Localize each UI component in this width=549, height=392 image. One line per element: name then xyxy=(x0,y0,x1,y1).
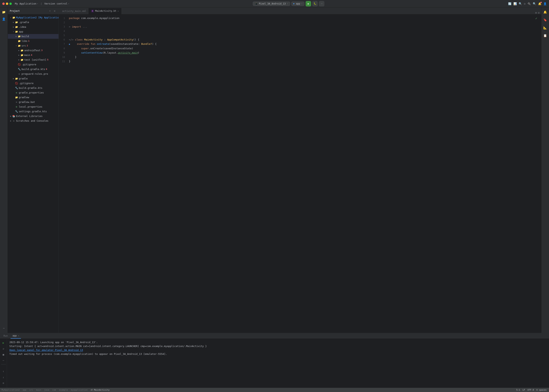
tree-item-proguard[interactable]: ≡proguard-rules.pro xyxy=(8,72,58,76)
breadcrumb-item[interactable]: main xyxy=(36,389,41,391)
notifications-right-icon[interactable]: 🔔 xyxy=(542,9,549,15)
bookmarks-icon[interactable]: 🔖 xyxy=(542,17,549,23)
bottom-tab-close[interactable]: ✕ xyxy=(18,335,19,337)
find-tool-button[interactable]: 👤 xyxy=(1,16,7,22)
debug-button[interactable]: 🐛 xyxy=(312,1,318,7)
tree-item-label: app xyxy=(19,30,23,34)
cursor-position[interactable]: 5:1 xyxy=(515,389,521,391)
run-panel-restart-icon[interactable]: ↺ xyxy=(1,346,6,351)
run-panel-stop-icon[interactable]: ■ xyxy=(1,352,6,357)
tree-item-gradlew[interactable]: 📁gradlew xyxy=(8,95,58,100)
tree-item-gitignore-app[interactable]: 🚫.gitignore xyxy=(8,62,58,67)
logcat-link[interactable]: Open logcat panel for emulator Pixel_3A … xyxy=(9,349,83,351)
bottom-tab-run[interactable]: Run xyxy=(1,333,10,339)
tree-item-gradlew-bat[interactable]: ≡gradlew.bat xyxy=(8,100,58,105)
line-content[interactable]: } xyxy=(68,55,77,59)
tree-item-settings-gradle[interactable]: 🔧settings.gradle.kts xyxy=(8,109,58,114)
tree-item-local-props[interactable]: ⚙local.properties xyxy=(8,105,58,109)
line-content[interactable]: ◉ override fun onCreate(savedInstanceSta… xyxy=(68,42,156,46)
line-content[interactable] xyxy=(68,29,70,33)
editor-settings-icon[interactable]: ⚙ xyxy=(538,11,540,14)
breadcrumb-item[interactable]: src xyxy=(29,389,33,391)
vcs-menu[interactable]: Version control ▾ xyxy=(44,2,69,5)
tree-item-build[interactable]: ▶📁build xyxy=(8,34,58,39)
settings-icon[interactable]: ⚙ xyxy=(524,2,526,5)
tree-item-test[interactable]: ▶📁test [unitTest]5 xyxy=(8,57,58,62)
breadcrumb-item[interactable]: java xyxy=(44,389,49,391)
device-selector[interactable]: 📱 Pixel_3A_Android_13 ▾ xyxy=(253,1,290,6)
encoding[interactable]: UTF-8 xyxy=(527,389,535,391)
code-editor[interactable]: ✓ 1package com.example.myapplication2 3>… xyxy=(59,14,541,333)
tree-item-scratches[interactable]: ▶≡Scratches and Consoles xyxy=(8,119,58,123)
layout-inspector-icon[interactable]: 🔍 xyxy=(519,2,522,5)
tree-item-build-gradle-root[interactable]: 🔧build.gradle.kts xyxy=(8,86,58,90)
app-menu[interactable]: My Application ▾ xyxy=(15,2,38,5)
tree-item-external-libs[interactable]: ▶📚External Libraries xyxy=(8,114,58,119)
sync-icon[interactable]: 🔄 xyxy=(508,2,511,5)
maximize-button[interactable] xyxy=(9,3,12,5)
tab-close-button[interactable]: ✕ xyxy=(118,10,119,12)
line-content[interactable] xyxy=(68,20,70,25)
breadcrumb-item[interactable]: com xyxy=(52,389,56,391)
close-button[interactable] xyxy=(2,3,5,5)
tree-item-gitignore-root[interactable]: 🚫.gitignore xyxy=(8,81,58,86)
line-content[interactable]: package com.example.myapplication xyxy=(68,16,119,20)
code-line-3: 3> import ... xyxy=(59,25,541,29)
notifications[interactable]: 🔔 xyxy=(538,2,541,5)
breadcrumb-current[interactable]: 🏷 MainActivity xyxy=(91,389,110,391)
tree-item-app[interactable]: ▾📁app xyxy=(8,29,58,34)
more-run-options[interactable]: ⋯ xyxy=(319,1,324,7)
tree-item-gradle-root[interactable]: ▶📁gradle xyxy=(8,76,58,81)
hierarchy-icon[interactable]: 📋 xyxy=(542,33,549,39)
line-content[interactable]: </> class MainActivity : AppCompatActivi… xyxy=(68,38,139,42)
tree-item-gradle-props[interactable]: ⚙gradle.properties xyxy=(8,90,58,95)
run-button[interactable]: ▶ xyxy=(306,1,311,7)
breadcrumb-separator: › xyxy=(88,389,90,391)
traffic-lights xyxy=(2,3,12,5)
tree-item-src[interactable]: ▾📁src2 xyxy=(8,43,58,48)
tree-item-androidTest[interactable]: ▶📁androidTest3 xyxy=(8,48,58,53)
sidebar-settings-icon[interactable]: ⚙ xyxy=(53,9,56,13)
tree-item-build-gradle[interactable]: 🔧build.gradle.kts6 xyxy=(8,67,58,72)
tree-item-gradle[interactable]: ▶📁.gradle xyxy=(8,20,58,25)
tree-item-idea[interactable]: ▶📁.idea xyxy=(8,25,58,29)
scroll-up-icon[interactable]: ↑ xyxy=(1,369,6,374)
split-editor-icon[interactable]: ⊞ xyxy=(535,11,537,14)
line-content[interactable] xyxy=(68,33,70,38)
project-tool-button[interactable]: 📁 xyxy=(1,9,7,15)
line-ending[interactable]: LF xyxy=(522,389,526,391)
breadcrumb-item[interactable]: MyApplication2 xyxy=(1,389,20,391)
breadcrumb-item[interactable]: example xyxy=(59,389,68,391)
line-number: 6 xyxy=(59,38,68,42)
indent-setting[interactable]: 4 spaces xyxy=(535,389,548,391)
line-content[interactable]: > import ... xyxy=(68,25,87,29)
wrap-output-icon[interactable]: ≡ xyxy=(1,381,6,385)
log-line: Timed out waiting for process (com.examp… xyxy=(9,352,547,356)
plugins-icon[interactable]: 🔌 xyxy=(528,2,531,5)
tree-arrow xyxy=(12,110,15,113)
more-tools-button[interactable]: ⋯ xyxy=(1,325,7,331)
tree-item-main[interactable]: ▶📁main4 xyxy=(8,53,58,57)
tree-item-label: MyApplication2 [My Application] xyxy=(16,16,58,20)
scroll-down-icon[interactable]: ↓ xyxy=(1,375,6,379)
run-panel-run-icon[interactable]: ▶ xyxy=(1,340,6,345)
run-panel-more-icon[interactable]: ⋯ xyxy=(1,358,6,363)
editor-tab-mainactivity-kt[interactable]: KMainActivity.kt✕ xyxy=(89,8,121,14)
tree-arrow: ▶ xyxy=(18,49,20,52)
run-config-selector[interactable]: ▶ app ▾ xyxy=(291,1,305,6)
line-content[interactable]: } xyxy=(68,59,70,63)
account-icon[interactable]: 👤 xyxy=(543,2,547,5)
collapse-all-icon[interactable]: ⬆ xyxy=(48,9,52,13)
structure-icon[interactable]: 📐 xyxy=(542,25,549,31)
line-content[interactable]: setContentView(R.layout.activity_main) xyxy=(68,51,139,55)
search-everywhere-icon[interactable]: 🔍 xyxy=(533,2,536,5)
editor-tab-activity-xml[interactable]: activity_main.xml xyxy=(59,8,89,14)
breadcrumb-item[interactable]: myapplication xyxy=(71,389,88,391)
breadcrumb-item[interactable]: app xyxy=(22,389,26,391)
minimize-button[interactable] xyxy=(6,3,8,5)
line-content[interactable]: super.onCreate(savedInstanceState) xyxy=(68,46,133,51)
profiler-icon[interactable]: 📊 xyxy=(514,2,517,5)
tree-item-libs[interactable]: 📁libs1 xyxy=(8,39,58,43)
bottom-tab-app[interactable]: app✕ xyxy=(11,333,21,339)
tree-item-root[interactable]: ▾📁MyApplication2 [My Application] ~/Proj… xyxy=(8,15,58,20)
